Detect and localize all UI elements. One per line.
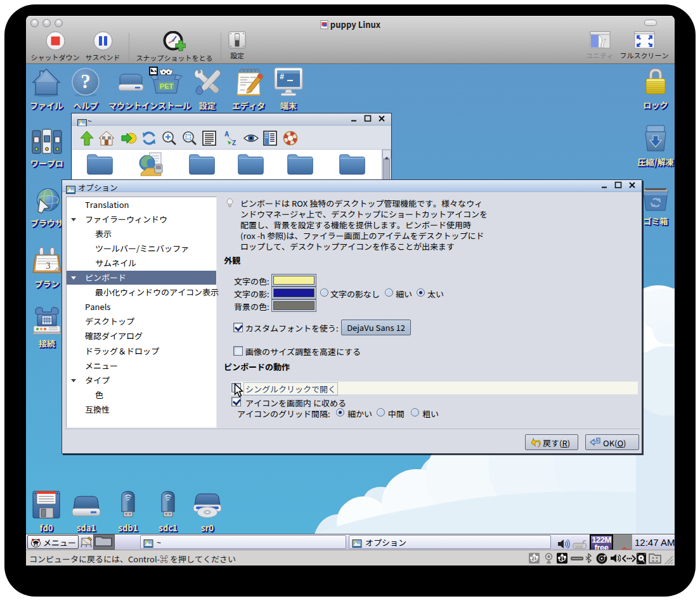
svg-text:?: ?	[81, 70, 91, 93]
svg-text:Z: Z	[232, 139, 236, 146]
svg-text:#: #	[280, 73, 284, 82]
svg-text:3: 3	[46, 261, 51, 271]
